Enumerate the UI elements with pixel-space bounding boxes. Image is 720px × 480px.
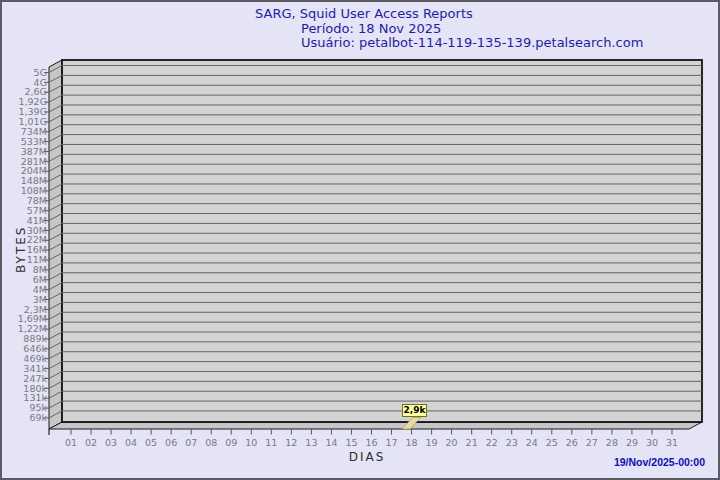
svg-text:26: 26: [566, 437, 578, 448]
svg-text:04: 04: [125, 437, 137, 448]
x-axis-title: DIAS: [339, 450, 395, 464]
svg-text:23: 23: [506, 437, 518, 448]
bytes-per-day-chart: 5G4G2,6G1,92G1,39G1,01G734M533M387M281M2…: [2, 2, 720, 480]
generated-timestamp: 19/Nov/2025-00:00: [614, 456, 705, 468]
svg-text:02: 02: [85, 437, 97, 448]
svg-text:14: 14: [325, 437, 337, 448]
svg-text:03: 03: [105, 437, 117, 448]
svg-text:31: 31: [666, 437, 678, 448]
svg-text:15: 15: [345, 437, 357, 448]
svg-text:10: 10: [245, 437, 257, 448]
svg-text:24: 24: [526, 437, 538, 448]
svg-text:29: 29: [626, 437, 638, 448]
svg-text:12: 12: [285, 437, 297, 448]
svg-text:21: 21: [466, 437, 478, 448]
svg-text:22: 22: [486, 437, 498, 448]
svg-text:06: 06: [165, 437, 177, 448]
bar-value-label: 2,9k: [402, 404, 427, 417]
svg-text:11: 11: [265, 437, 277, 448]
svg-text:19: 19: [426, 437, 438, 448]
sarg-report-page: { "header": { "title": "SARG, Squid User…: [0, 0, 720, 480]
svg-text:16: 16: [365, 437, 377, 448]
svg-text:01: 01: [65, 437, 77, 448]
svg-text:30: 30: [646, 437, 658, 448]
svg-text:18: 18: [406, 437, 418, 448]
svg-text:69k: 69k: [29, 412, 47, 423]
svg-text:09: 09: [225, 437, 237, 448]
svg-text:05: 05: [145, 437, 157, 448]
svg-text:08: 08: [205, 437, 217, 448]
svg-text:25: 25: [546, 437, 558, 448]
svg-text:27: 27: [586, 437, 598, 448]
svg-text:20: 20: [446, 437, 458, 448]
svg-text:07: 07: [185, 437, 197, 448]
svg-text:28: 28: [606, 437, 618, 448]
y-axis-title: BYTES: [14, 215, 29, 273]
svg-text:17: 17: [385, 437, 397, 448]
svg-text:13: 13: [305, 437, 317, 448]
